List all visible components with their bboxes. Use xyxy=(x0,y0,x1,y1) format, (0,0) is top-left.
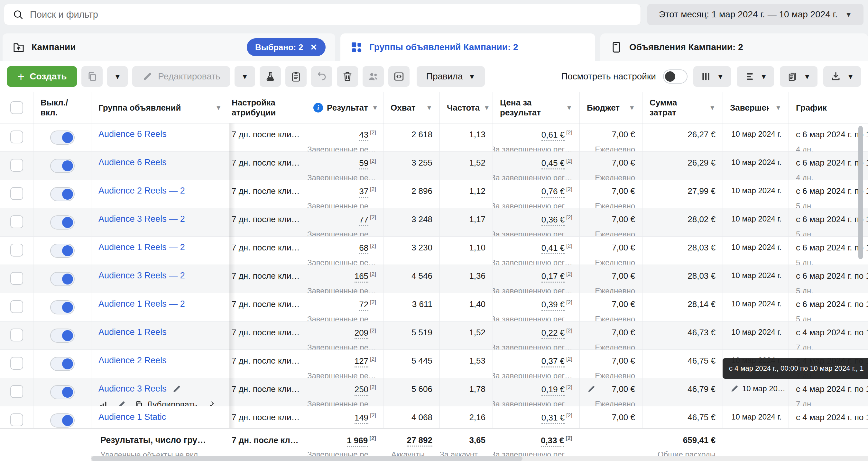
row-checkbox[interactable] xyxy=(10,272,23,285)
adset-active-toggle[interactable] xyxy=(50,159,75,173)
sort-caret-icon[interactable]: ▼ xyxy=(709,104,715,111)
clipboard-button[interactable] xyxy=(285,66,307,87)
tab-campaigns[interactable]: Кампании Выбрано: 2 ✕ xyxy=(3,33,335,61)
sort-caret-icon[interactable]: ▼ xyxy=(372,104,378,111)
tab-adsets[interactable]: Группы объявлений Кампании: 2 xyxy=(340,33,595,61)
row-checkbox[interactable] xyxy=(10,329,23,341)
row-checkbox[interactable] xyxy=(10,244,23,257)
attribution-cell: 7 дн. после кли… xyxy=(229,265,306,293)
header-toggle[interactable]: Выкл./ вкл. xyxy=(33,92,91,123)
adset-name-link[interactable]: Audience 1 Static xyxy=(98,412,166,422)
adset-name-link[interactable]: Audience 6 Reels xyxy=(98,158,167,167)
ab-test-button[interactable] xyxy=(260,66,281,87)
delete-button[interactable] xyxy=(337,66,358,87)
columns-button[interactable]: ▼ xyxy=(693,66,731,87)
pin-icon[interactable] xyxy=(206,400,215,406)
adset-name-cell: Audience 6 Reels xyxy=(91,152,229,180)
header-schedule[interactable]: График xyxy=(789,92,868,123)
row-checkbox[interactable] xyxy=(10,357,23,370)
row-checkbox[interactable] xyxy=(10,414,23,426)
pencil-icon[interactable] xyxy=(730,384,739,393)
horizontal-scrollbar[interactable] xyxy=(91,456,523,461)
adset-name-link[interactable]: Audience 1 Reels — 2 xyxy=(98,299,185,309)
breakdown-button[interactable]: ▼ xyxy=(737,66,774,87)
row-checkbox[interactable] xyxy=(10,385,23,398)
audience-button[interactable] xyxy=(363,66,384,87)
table-row: Audience 1 Reels — 2 7 дн. после кли… 72… xyxy=(0,293,868,322)
pencil-icon[interactable] xyxy=(587,385,596,394)
reports-button[interactable]: ▼ xyxy=(780,66,817,87)
create-button[interactable]: + Создать xyxy=(7,66,77,87)
header-frequency[interactable]: Частота▼ xyxy=(440,92,493,123)
cost-per-result-cell: 0,17 €[2]За завершенную рег… xyxy=(493,265,580,293)
pencil-icon[interactable] xyxy=(172,384,181,394)
adset-name-link[interactable]: Audience 2 Reels — 2 xyxy=(98,186,185,196)
row-checkbox[interactable] xyxy=(10,159,23,172)
header-attribution[interactable]: Настройка атрибуции xyxy=(229,92,306,123)
adset-name-link[interactable]: Audience 3 Reels — 2 xyxy=(98,271,185,281)
clear-selection-icon[interactable]: ✕ xyxy=(310,42,317,53)
adset-active-toggle[interactable] xyxy=(50,300,75,315)
edit-button[interactable]: Редактировать xyxy=(132,66,230,87)
cost-per-result-cell: 0,37 €[2]За завершенную рег… xyxy=(493,350,580,378)
duplicate-menu-button[interactable]: ▼ xyxy=(107,66,128,87)
duplicate-action[interactable]: Дублировать xyxy=(134,400,197,406)
adset-active-toggle[interactable] xyxy=(50,414,75,428)
adset-active-toggle[interactable] xyxy=(50,131,75,145)
adset-name-link[interactable]: Audience 3 Reels xyxy=(98,384,167,394)
adset-active-toggle[interactable] xyxy=(50,216,75,230)
header-spend[interactable]: Сумма затрат▼ xyxy=(643,92,723,123)
people-icon xyxy=(367,71,379,82)
view-settings-toggle[interactable] xyxy=(663,69,687,84)
tab-ads[interactable]: Объявления Кампании: 2 xyxy=(600,33,868,61)
undo-button[interactable] xyxy=(311,66,332,87)
cost-per-result-cell: 0,41 €[2]За завершенную рег… xyxy=(493,237,580,265)
adset-name-link[interactable]: Audience 3 Reels — 2 xyxy=(98,214,185,224)
adset-active-toggle[interactable] xyxy=(50,357,75,371)
header-reach[interactable]: Охват▼ xyxy=(383,92,440,123)
adset-name-link[interactable]: Audience 6 Reels xyxy=(98,129,167,139)
sort-caret-icon[interactable]: ▼ xyxy=(566,104,572,111)
result-cell: 250[2]Завершенные ре… xyxy=(306,378,383,406)
export-button[interactable]: ▼ xyxy=(823,66,861,87)
events-button[interactable] xyxy=(388,66,409,87)
date-range-picker[interactable]: Этот месяц: 1 мар 2024 г. — 10 мар 2024 … xyxy=(647,4,864,25)
adset-name-link[interactable]: Audience 2 Reels xyxy=(98,356,167,365)
rules-button[interactable]: Правила ▼ xyxy=(416,66,485,87)
adset-active-toggle[interactable] xyxy=(50,385,75,399)
sort-caret-icon[interactable]: ▼ xyxy=(775,104,781,111)
edit-menu-button[interactable]: ▼ xyxy=(235,66,255,87)
sort-caret-icon[interactable]: ▼ xyxy=(426,104,432,111)
adset-name-link[interactable]: Audience 1 Reels — 2 xyxy=(98,242,185,252)
attribution-cell: 7 дн. после кли… xyxy=(229,322,306,350)
spend-cell: 26,27 € xyxy=(643,124,723,152)
adset-active-toggle[interactable] xyxy=(50,272,75,286)
row-checkbox[interactable] xyxy=(10,187,23,200)
header-name[interactable]: Группа объявлений▼ xyxy=(91,92,229,123)
frequency-cell: 1,78 xyxy=(440,378,493,406)
header-end[interactable]: Завершение▼ xyxy=(723,92,789,123)
adset-active-toggle[interactable] xyxy=(50,329,75,343)
pencil-icon[interactable] xyxy=(117,400,126,406)
adset-active-toggle[interactable] xyxy=(50,187,75,201)
vertical-scrollbar[interactable] xyxy=(858,126,863,259)
adset-active-toggle[interactable] xyxy=(50,244,75,258)
view-charts-icon[interactable] xyxy=(98,400,108,406)
selected-count-badge[interactable]: Выбрано: 2 ✕ xyxy=(247,38,326,56)
attribution-cell: 7 дн. после кли… xyxy=(229,406,306,429)
row-checkbox[interactable] xyxy=(10,300,23,313)
sort-caret-icon[interactable]: ▼ xyxy=(484,104,490,111)
row-checkbox[interactable] xyxy=(10,216,23,228)
info-icon[interactable]: i xyxy=(313,103,323,112)
select-all-checkbox[interactable] xyxy=(10,101,23,114)
header-cost[interactable]: Цена за результат▼ xyxy=(493,92,580,123)
header-result[interactable]: i Результат▼ xyxy=(306,92,383,123)
row-checkbox[interactable] xyxy=(10,131,23,143)
header-budget[interactable]: Бюджет▼ xyxy=(580,92,643,123)
search-input[interactable]: Поиск и фильтр xyxy=(4,4,641,25)
sort-caret-icon[interactable]: ▼ xyxy=(215,104,222,111)
reach-cell: 3 611 xyxy=(383,293,440,321)
sort-caret-icon[interactable]: ▼ xyxy=(629,104,635,111)
adset-name-link[interactable]: Audience 1 Reels xyxy=(98,327,167,337)
duplicate-button[interactable] xyxy=(82,66,103,87)
